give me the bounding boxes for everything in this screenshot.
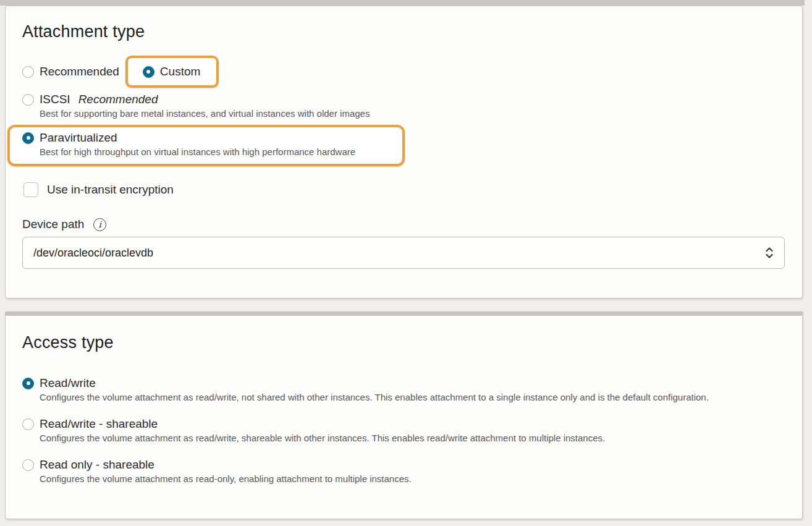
paravirtualized-description: Best for high throughput on virtual inst… <box>40 146 395 157</box>
read-write-description: Configures the volume attachment as read… <box>40 392 785 402</box>
read-only-shareable-description: Configures the volume attachment as read… <box>40 473 785 484</box>
top-edge-strip <box>0 0 805 6</box>
device-path-label-row: Device path i <box>22 218 785 231</box>
select-stepper-icon[interactable] <box>764 245 774 260</box>
radio-option-custom[interactable]: Custom <box>143 65 200 78</box>
radio-option-recommended[interactable]: Recommended <box>22 65 119 78</box>
radio-option-paravirtualized[interactable]: Paravirtualized <box>22 131 395 145</box>
access-type-card: Access type Read/write Configures the vo… <box>5 315 803 519</box>
radio-option-read-write-shareable-block: Read/write - shareable Configures the vo… <box>22 417 785 443</box>
access-type-title: Access type <box>22 333 785 352</box>
radio-iscsi-label: ISCSI <box>40 93 70 106</box>
radio-option-read-write[interactable]: Read/write <box>22 376 785 390</box>
radio-iscsi[interactable] <box>22 94 34 106</box>
radio-paravirtualized[interactable] <box>22 132 34 144</box>
radio-read-write[interactable] <box>22 378 34 389</box>
iscsi-recommended-badge: Recommended <box>78 93 158 106</box>
radio-read-write-shareable[interactable] <box>22 418 34 430</box>
attachment-type-choice-row: Recommended Custom <box>22 56 785 88</box>
radio-recommended[interactable] <box>22 66 34 78</box>
radio-option-iscsi[interactable]: ISCSI Recommended <box>22 93 785 106</box>
radio-read-write-label: Read/write <box>40 376 96 390</box>
radio-option-read-only-shareable-block: Read only - shareable Configures the vol… <box>22 458 785 484</box>
device-path-selected-value: /dev/oracleoci/oraclevdb <box>33 247 153 260</box>
in-transit-encryption-row[interactable]: Use in-transit encryption <box>23 182 785 197</box>
iscsi-description: Best for supporting bare metal instances… <box>40 108 785 119</box>
radio-option-read-only-shareable[interactable]: Read only - shareable <box>22 458 785 472</box>
in-transit-encryption-label: Use in-transit encryption <box>47 183 174 197</box>
radio-option-read-write-shareable[interactable]: Read/write - shareable <box>22 417 785 431</box>
radio-paravirtualized-label: Paravirtualized <box>40 131 117 145</box>
in-transit-encryption-checkbox[interactable] <box>23 182 38 197</box>
custom-option-highlight-annotation: Custom <box>125 56 219 88</box>
paravirtualized-highlight-annotation: Paravirtualized Best for high throughput… <box>7 125 405 166</box>
radio-custom[interactable] <box>143 66 154 78</box>
radio-recommended-label: Recommended <box>40 65 119 78</box>
device-path-label: Device path <box>22 218 84 231</box>
radio-custom-label: Custom <box>160 65 200 78</box>
radio-read-only-shareable[interactable] <box>22 459 34 471</box>
radio-read-only-shareable-label: Read only - shareable <box>40 458 154 472</box>
radio-option-read-write-block: Read/write Configures the volume attachm… <box>22 376 785 402</box>
attachment-type-card: Attachment type Recommended Custom ISCSI… <box>5 6 803 299</box>
radio-option-iscsi-block: ISCSI Recommended Best for supporting ba… <box>22 93 785 119</box>
device-path-select[interactable]: /dev/oracleoci/oraclevdb <box>22 237 785 269</box>
info-icon[interactable]: i <box>93 218 106 231</box>
attachment-type-title: Attachment type <box>22 22 785 41</box>
read-write-shareable-description: Configures the volume attachment as read… <box>40 433 785 443</box>
radio-read-write-shareable-label: Read/write - shareable <box>40 417 158 431</box>
